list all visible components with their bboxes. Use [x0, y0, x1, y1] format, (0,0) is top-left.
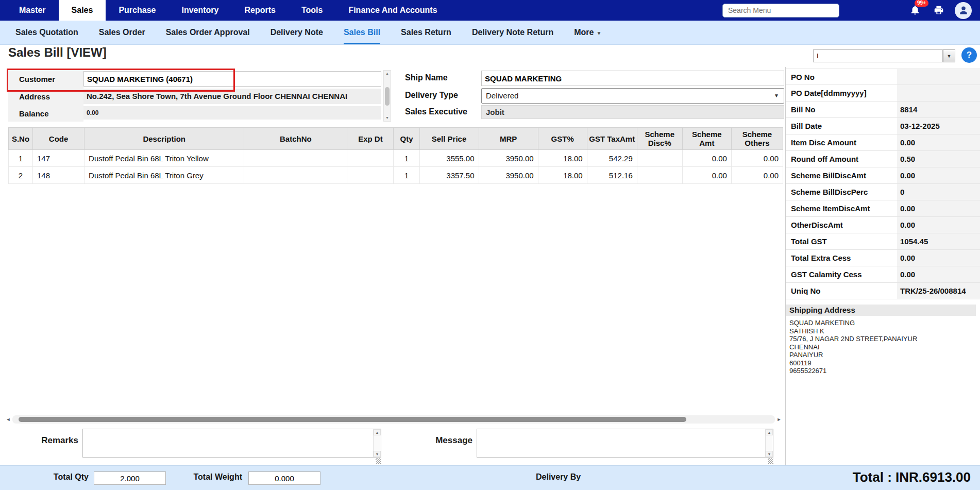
delivery-by-label: Delivery By	[536, 472, 581, 482]
summary-label: PO Date[ddmmyyyy]	[786, 85, 897, 101]
sales-subnav: Sales Quotation Sales Order Sales Order …	[0, 21, 980, 45]
message-textarea[interactable]	[477, 429, 773, 457]
cell-exp-dt	[347, 150, 394, 167]
top-navbar: Master Sales Purchase Inventory Reports …	[0, 0, 980, 21]
summary-row-item-disc: Item Disc Amount0.00	[786, 134, 980, 151]
nav-item-reports[interactable]: Reports	[231, 0, 288, 21]
col-header-sno: S.No	[9, 128, 33, 150]
summary-row-round-off: Round off Amount0.50	[786, 151, 980, 167]
summary-value	[897, 69, 980, 85]
summary-value: 0.00	[897, 167, 980, 183]
scroll-right-icon[interactable]: ►	[775, 415, 783, 424]
items-table-header-row: S.No Code Description BatchNo Exp Dt Qty…	[9, 128, 783, 150]
scroll-left-icon[interactable]: ◄	[4, 415, 12, 424]
total-weight-field[interactable]	[248, 471, 320, 485]
scrollbar-track[interactable]	[12, 415, 775, 424]
cell-gst-pct: 18.00	[538, 167, 587, 184]
summary-label: Bill No	[786, 102, 897, 117]
col-header-scheme-disc: Scheme Disc%	[637, 128, 682, 150]
total-qty-label: Total Qty	[30, 472, 89, 482]
tab-sales-bill[interactable]: Sales Bill	[344, 21, 380, 44]
cell-sell-price: 3357.50	[419, 167, 479, 184]
shipping-line: SATHISH K	[789, 327, 980, 335]
summary-label: Scheme ItemDiscAmt	[786, 200, 897, 216]
cell-gst-pct: 18.00	[538, 150, 587, 167]
user-avatar[interactable]	[955, 2, 972, 19]
cell-qty: 1	[394, 167, 419, 184]
topnav-right: 99+	[722, 0, 980, 21]
tab-delivery-note[interactable]: Delivery Note	[271, 21, 323, 44]
nav-item-master[interactable]: Master	[6, 0, 59, 21]
cell-mrp: 3950.00	[479, 150, 538, 167]
cell-scheme-disc	[637, 167, 682, 184]
scroll-up-icon[interactable]: ▲	[384, 71, 391, 77]
customer-labels-column: Customer Address Balance	[8, 70, 83, 122]
table-row[interactable]: 2 148 Dustoff Pedal Bin 68L Triton Grey …	[9, 167, 783, 184]
summary-row-bill-no: Bill No8814	[786, 102, 980, 118]
scrollbar-thumb[interactable]	[385, 87, 390, 106]
resize-handle[interactable]	[376, 458, 381, 464]
nav-item-finance-and-accounts[interactable]: Finance And Accounts	[335, 0, 450, 21]
summary-row-otherdiscamt: OtherDiscAmt0.00	[786, 217, 980, 233]
cell-scheme-disc	[637, 150, 682, 167]
spinner-up-icon[interactable]: ▲	[766, 429, 773, 435]
tab-sales-order[interactable]: Sales Order	[99, 21, 145, 44]
delivery-type-select[interactable]: Delivered ▼	[481, 88, 784, 104]
cell-sno: 1	[9, 150, 33, 167]
tab-sales-order-approval[interactable]: Sales Order Approval	[166, 21, 250, 44]
tab-sales-return[interactable]: Sales Return	[401, 21, 451, 44]
spinner-up-icon[interactable]: ▲	[374, 429, 381, 435]
summary-label: PO No	[786, 69, 897, 85]
search-input[interactable]	[722, 4, 839, 18]
message-box: ▲ ▼	[477, 429, 773, 458]
resize-handle[interactable]	[768, 458, 773, 464]
customer-field[interactable]	[83, 71, 381, 87]
ship-name-field[interactable]	[481, 71, 784, 86]
summary-label: Scheme BillDiscPerc	[786, 184, 897, 200]
combo-dropdown-button[interactable]: ▼	[943, 49, 955, 62]
cell-qty: 1	[394, 150, 419, 167]
summary-label: Bill Date	[786, 118, 897, 134]
summary-label: Total GST	[786, 233, 897, 249]
tab-delivery-note-return[interactable]: Delivery Note Return	[472, 21, 553, 44]
remarks-textarea[interactable]	[83, 429, 381, 457]
spinner-down-icon[interactable]: ▼	[766, 451, 773, 457]
sales-executive-field: Jobit	[481, 105, 784, 119]
summary-value	[897, 85, 980, 101]
total-qty-field[interactable]	[94, 471, 166, 485]
notifications-button[interactable]: 99+	[906, 2, 924, 19]
scroll-down-icon[interactable]: ▼	[384, 115, 391, 121]
print-button[interactable]	[930, 2, 948, 19]
help-button[interactable]: ?	[961, 47, 977, 63]
remarks-scroll-strip: ▲ ▼	[373, 429, 381, 457]
shipping-line: 75/76, J NAGAR 2ND STREET,PANAIYUR	[789, 335, 980, 343]
col-header-code: Code	[33, 128, 85, 150]
summary-label: OtherDiscAmt	[786, 217, 897, 233]
scrollbar-thumb[interactable]	[19, 417, 686, 422]
summary-row-scheme-billdiscamt: Scheme BillDiscAmt0.00	[786, 167, 980, 184]
table-row[interactable]: 1 147 Dustoff Pedal Bin 68L Triton Yello…	[9, 150, 783, 167]
nav-item-sales[interactable]: Sales	[59, 0, 106, 21]
cell-description: Dustoff Pedal Bin 68L Triton Grey	[85, 167, 244, 184]
col-header-exp-dt: Exp Dt	[347, 128, 394, 150]
summary-row-bill-date: Bill Date03-12-2025	[786, 118, 980, 134]
col-header-gst-taxamt: GST TaxAmt	[587, 128, 637, 150]
nav-item-purchase[interactable]: Purchase	[106, 0, 168, 21]
customer-form-scrollbar[interactable]: ▲ ▼	[383, 70, 391, 122]
summary-value: 0	[897, 184, 980, 200]
cell-sell-price: 3555.00	[419, 150, 479, 167]
summary-label: Uniq No	[786, 283, 897, 299]
user-icon	[958, 5, 969, 15]
summary-row-scheme-billdiscperc: Scheme BillDiscPerc0	[786, 184, 980, 200]
nav-item-inventory[interactable]: Inventory	[168, 0, 231, 21]
col-header-description: Description	[85, 128, 244, 150]
cell-code: 147	[33, 150, 85, 167]
tab-more-label: More	[574, 28, 594, 37]
quick-search-combo-input[interactable]	[813, 49, 943, 62]
address-field[interactable]: No.242, Sea Shore Town, 7th Avenue Groun…	[83, 89, 381, 104]
nav-item-tools[interactable]: Tools	[289, 0, 335, 21]
table-horizontal-scrollbar[interactable]: ◄ ►	[4, 415, 783, 424]
tab-sales-quotation[interactable]: Sales Quotation	[15, 21, 78, 44]
tab-more[interactable]: More▼	[574, 21, 601, 44]
spinner-down-icon[interactable]: ▼	[374, 451, 381, 457]
